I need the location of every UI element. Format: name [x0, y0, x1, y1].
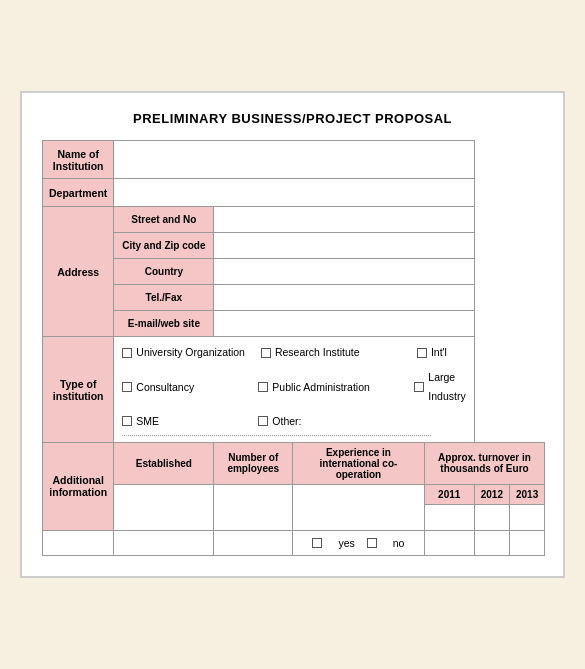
row-years-header: 2011 2012 2013: [43, 484, 545, 504]
input-experience[interactable]: [293, 484, 425, 530]
checkbox-area: University Organization Research Institu…: [114, 337, 473, 442]
cb-intl[interactable]: [417, 348, 427, 358]
checkbox-row-3: SME Other:: [122, 412, 465, 431]
row-additional-info-header: Additional information Established Numbe…: [43, 442, 545, 484]
input-country[interactable]: [214, 259, 474, 285]
label-sme: SME: [136, 412, 159, 431]
label-department: Department: [43, 179, 114, 207]
cb-large-industry-group: Large Industry: [414, 368, 465, 406]
row-tel: Tel./Fax: [43, 285, 545, 311]
label-name-of-institution: Name of Institution: [43, 141, 114, 179]
label-2011: 2011: [424, 484, 474, 504]
label-street: Street and No: [114, 207, 214, 233]
input-name-of-institution[interactable]: [114, 141, 474, 179]
label-established: Established: [114, 442, 214, 484]
label-email: E-mail/web site: [114, 311, 214, 337]
input-street[interactable]: [214, 207, 474, 233]
label-consultancy: Consultancy: [136, 378, 194, 397]
checkbox-row-1: University Organization Research Institu…: [122, 343, 465, 362]
input-2011-extra[interactable]: [424, 530, 474, 555]
label-type-of-institution: Type of institution: [43, 337, 114, 443]
dotted-line: [122, 435, 431, 436]
input-2012[interactable]: [474, 504, 509, 530]
input-2012-extra[interactable]: [474, 530, 509, 555]
cb-yes[interactable]: [312, 538, 322, 548]
proposal-table: Name of Institution Department Address S…: [42, 140, 545, 556]
label-university: University Organization: [136, 343, 245, 362]
label-additional-info: Additional information: [43, 442, 114, 530]
label-research: Research Institute: [275, 343, 360, 362]
page-container: PRELIMINARY BUSINESS/PROJECT PROPOSAL Na…: [20, 91, 565, 578]
row-department: Department: [43, 179, 545, 207]
row-type-of-institution: Type of institution University Organizat…: [43, 337, 545, 443]
label-address: Address: [43, 207, 114, 337]
label-no: no: [393, 537, 405, 549]
label-num-employees: Number of employees: [214, 442, 293, 484]
cb-consultancy-group: Consultancy: [122, 378, 242, 397]
row-street: Address Street and No: [43, 207, 545, 233]
cb-public-admin[interactable]: [258, 382, 268, 392]
label-2012: 2012: [474, 484, 509, 504]
row-name-of-institution: Name of Institution: [43, 141, 545, 179]
input-num-employees[interactable]: [214, 484, 293, 530]
input-2011[interactable]: [424, 504, 474, 530]
label-city: City and Zip code: [114, 233, 214, 259]
cb-other[interactable]: [258, 416, 268, 426]
row-email: E-mail/web site: [43, 311, 545, 337]
cb-research-group: Research Institute: [261, 343, 401, 362]
empty-label-cell: [43, 530, 114, 555]
label-experience: Experience in international co-operation: [293, 442, 425, 484]
yes-no-row: yes no: [299, 537, 418, 549]
empty-employees-cell: [214, 530, 293, 555]
label-tel: Tel./Fax: [114, 285, 214, 311]
empty-established-cell: [114, 530, 214, 555]
label-large-industry: Large Industry: [428, 368, 465, 406]
cb-no[interactable]: [367, 538, 377, 548]
label-approx-turnover: Approx. turnover in thousands of Euro: [424, 442, 545, 484]
page-title: PRELIMINARY BUSINESS/PROJECT PROPOSAL: [42, 111, 543, 126]
cb-other-group: Other:: [258, 412, 398, 431]
input-established[interactable]: [114, 484, 214, 530]
row-country: Country: [43, 259, 545, 285]
label-intl: Int'l: [431, 343, 447, 362]
input-email[interactable]: [214, 311, 474, 337]
cb-large-industry[interactable]: [414, 382, 424, 392]
label-public-admin: Public Administration: [272, 378, 369, 397]
cb-public-group: Public Administration: [258, 378, 398, 397]
cb-sme[interactable]: [122, 416, 132, 426]
cb-university[interactable]: [122, 348, 132, 358]
row-yes-no: yes no: [43, 530, 545, 555]
type-of-institution-cell: University Organization Research Institu…: [114, 337, 474, 443]
cb-university-group: University Organization: [122, 343, 245, 362]
label-yes: yes: [338, 537, 354, 549]
input-tel[interactable]: [214, 285, 474, 311]
label-country: Country: [114, 259, 214, 285]
input-city[interactable]: [214, 233, 474, 259]
cb-consultancy[interactable]: [122, 382, 132, 392]
label-other: Other:: [272, 412, 301, 431]
row-city: City and Zip code: [43, 233, 545, 259]
label-2013: 2013: [509, 484, 544, 504]
input-2013[interactable]: [509, 504, 544, 530]
yes-no-cell: yes no: [293, 530, 425, 555]
input-2013-extra[interactable]: [509, 530, 544, 555]
cb-intl-group: Int'l: [417, 343, 447, 362]
cb-research[interactable]: [261, 348, 271, 358]
input-department[interactable]: [114, 179, 474, 207]
cb-sme-group: SME: [122, 412, 242, 431]
checkbox-row-2: Consultancy Public Administration Large …: [122, 368, 465, 406]
